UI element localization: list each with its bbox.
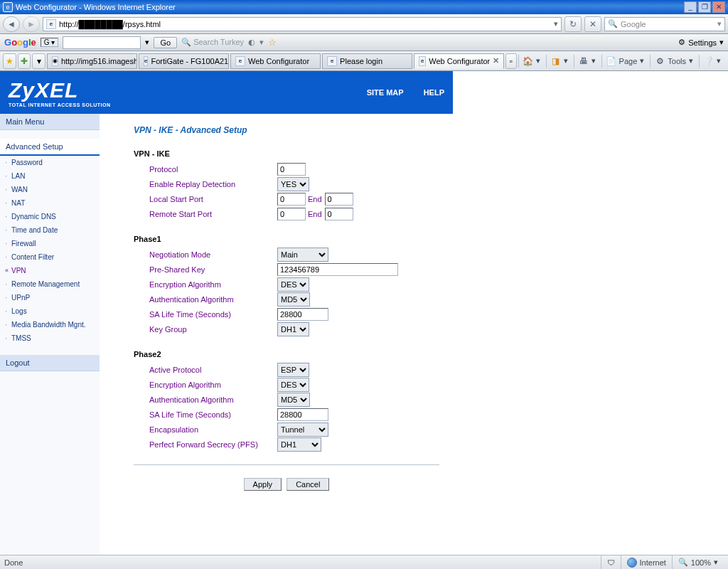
minimize-button[interactable]: _ <box>684 1 697 13</box>
favorites-star-button[interactable]: ★ <box>3 53 16 69</box>
sidebar-item-firewall[interactable]: Firewall <box>0 237 100 250</box>
zoom-level[interactable]: 🔍 100% ▾ <box>672 555 724 569</box>
tab-icon: ◉ <box>52 56 58 66</box>
tools-menu-button[interactable]: ⚙Tools ▾ <box>650 55 697 68</box>
browser-tab[interactable]: eWeb Configurator <box>230 53 321 69</box>
tab-list-button[interactable]: ▾ <box>32 53 46 69</box>
sidebar-item-vpn[interactable]: VPN <box>0 264 100 277</box>
cancel-button[interactable]: Cancel <box>287 478 329 491</box>
neg-mode-select[interactable]: Main <box>277 248 328 262</box>
google-go-button[interactable]: Go <box>154 37 177 48</box>
page-menu-button[interactable]: 📄Page ▾ <box>601 55 649 68</box>
add-favorites-button[interactable]: ✚ <box>18 53 31 69</box>
p2-enc-label: Encryption Algorithm <box>134 381 277 389</box>
psk-input[interactable] <box>277 263 398 276</box>
sidebar-item-media-bw[interactable]: Media Bandwidth Mgnt. <box>0 318 100 331</box>
stop-button[interactable]: ✕ <box>584 16 601 32</box>
google-search-turkey[interactable]: 🔍 Search Turkey <box>181 38 244 47</box>
p1-salife-input[interactable] <box>277 308 328 321</box>
active-proto-select[interactable]: ESP <box>277 363 309 377</box>
google-settings-button[interactable]: ⚙ Settings ▾ <box>678 38 724 47</box>
p1-enc-select[interactable]: DES <box>277 277 309 292</box>
tab-icon: e <box>327 56 337 66</box>
sidebar-item-dynamic-dns[interactable]: Dynamic DNS <box>0 210 100 223</box>
p2-enc-select[interactable]: DES <box>277 378 309 392</box>
print-button[interactable]: 🖶▾ <box>574 55 600 68</box>
sidebar-item-upnp[interactable]: UPnP <box>0 291 100 304</box>
close-tab-icon[interactable]: ✕ <box>493 56 499 65</box>
pfs-select[interactable]: DH1 <box>277 437 321 452</box>
google-extra-icon-2[interactable]: ▾ <box>259 38 264 47</box>
sidebar-advanced-setup[interactable]: Advanced Setup <box>0 139 100 156</box>
help-link[interactable]: HELP <box>424 88 444 97</box>
remote-start-label: Remote Start Port <box>134 210 277 218</box>
protocol-label: Protocol <box>134 165 277 174</box>
refresh-button[interactable]: ↻ <box>564 16 582 32</box>
sidebar-item-content-filter[interactable]: Content Filter <box>0 250 100 264</box>
p1-enc-label: Encryption Algorithm <box>134 280 277 289</box>
p2-salife-input[interactable] <box>277 408 328 421</box>
google-toolbar: Google G ▾ ▾ Go 🔍 Search Turkey ◐ ▾ ☆ ⚙ … <box>0 34 728 51</box>
p2-auth-select[interactable]: MD5 <box>277 393 310 407</box>
google-search-dropdown[interactable]: ▾ <box>145 38 149 47</box>
browser-tab[interactable]: ◉http://img516.imageshack.... <box>47 53 137 69</box>
new-tab-button[interactable]: ▫ <box>505 53 516 69</box>
rss-icon: ◨ <box>551 56 561 66</box>
p1-salife-label: SA Life Time (Seconds) <box>134 310 277 319</box>
divider <box>134 464 439 465</box>
browser-tab-strip: ★ ✚ ▾ ◉http://img516.imageshack.... eFor… <box>0 51 728 71</box>
remote-end-input[interactable] <box>325 208 353 220</box>
sidebar-item-tmss[interactable]: TMSS <box>0 331 100 345</box>
google-search-input[interactable] <box>63 36 141 49</box>
sidebar-item-lan[interactable]: LAN <box>0 169 100 183</box>
help-button[interactable]: ❔▾ <box>699 55 725 68</box>
url-dropdown-icon[interactable]: ▾ <box>554 19 558 28</box>
sidebar-item-nat[interactable]: NAT <box>0 196 100 210</box>
security-zone[interactable]: Internet <box>621 555 672 569</box>
browser-tab-active[interactable]: eWeb Configurator✕ <box>414 53 504 69</box>
sidebar-item-wan[interactable]: WAN <box>0 183 100 196</box>
bookmark-star-icon[interactable]: ☆ <box>268 37 277 48</box>
sidebar-item-logs[interactable]: Logs <box>0 304 100 318</box>
back-button[interactable]: ◄ <box>3 16 20 32</box>
encap-select[interactable]: Tunnel <box>277 422 328 437</box>
google-extra-icon-1[interactable]: ◐ <box>248 38 255 47</box>
search-dropdown-icon[interactable]: ▾ <box>717 19 722 28</box>
section-phase2-title: Phase2 <box>134 350 728 358</box>
local-end-input[interactable] <box>325 193 353 206</box>
pfs-label: Perfect Forward Secrecy (PFS) <box>134 440 277 449</box>
phishing-filter-icon[interactable]: 🛡 <box>601 555 621 569</box>
sidebar-main-menu[interactable]: Main Menu <box>0 114 100 130</box>
replay-select[interactable]: YES <box>277 177 309 191</box>
close-button[interactable]: ✕ <box>712 1 725 13</box>
window-title: Web Configurator - Windows Internet Expl… <box>16 3 176 11</box>
sitemap-link[interactable]: SITE MAP <box>367 88 404 97</box>
feeds-button[interactable]: ◨▾ <box>546 55 572 68</box>
globe-icon <box>627 558 637 568</box>
local-start-input[interactable] <box>277 193 306 206</box>
protocol-input[interactable] <box>277 163 306 176</box>
browser-tab[interactable]: ePlease login <box>322 53 412 69</box>
p1-auth-label: Authentication Algorithm <box>134 295 277 304</box>
remote-start-input[interactable] <box>277 208 306 220</box>
home-button[interactable]: 🏠▾ <box>518 55 545 68</box>
ie-icon: e <box>3 2 13 12</box>
address-bar[interactable]: e http://████████/rpsys.html ▾ <box>43 17 562 31</box>
browser-tab[interactable]: eFortiGate - FG100A210640... <box>139 53 229 69</box>
remote-end-label: End <box>308 210 322 218</box>
apply-button[interactable]: Apply <box>244 478 282 491</box>
local-start-label: Local Start Port <box>134 195 277 203</box>
sidebar-item-password[interactable]: Password <box>0 156 100 169</box>
command-bar: 🏠▾ ◨▾ 🖶▾ 📄Page ▾ ⚙Tools ▾ ❔▾ <box>518 55 725 68</box>
page-icon: 📄 <box>606 56 616 66</box>
browser-search-box[interactable]: 🔍 Google ▾ <box>604 17 725 31</box>
maximize-button[interactable]: ❐ <box>698 1 711 13</box>
keygroup-select[interactable]: DH1 <box>277 322 309 336</box>
sidebar-item-remote-mgmt[interactable]: Remote Management <box>0 277 100 291</box>
sidebar-item-time-date[interactable]: Time and Date <box>0 223 100 237</box>
search-provider-icon: 🔍 <box>608 19 618 28</box>
sidebar-logout[interactable]: Logout <box>0 355 100 371</box>
p1-auth-select[interactable]: MD5 <box>277 292 310 307</box>
google-brand-button[interactable]: G ▾ <box>41 38 59 47</box>
forward-button[interactable]: ► <box>23 16 40 32</box>
